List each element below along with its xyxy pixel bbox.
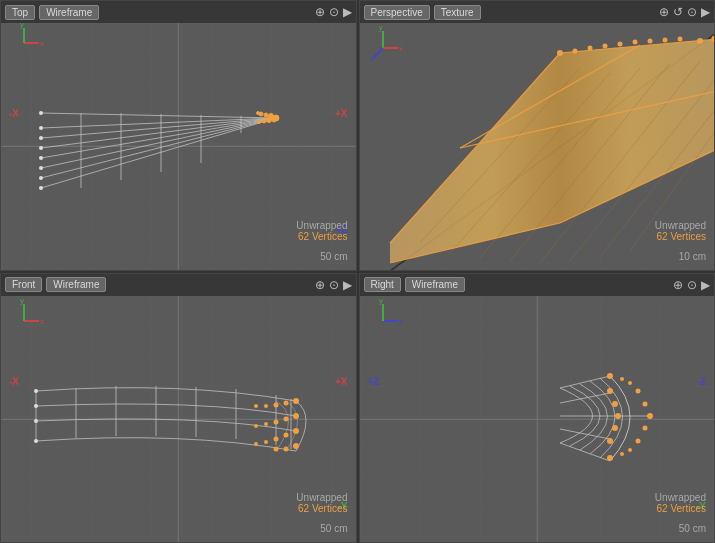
- front-canvas: +X -X -Y x y Unwrapped 62 Vertices 50 cm: [1, 296, 356, 543]
- top-mode-btn[interactable]: Wireframe: [39, 5, 99, 20]
- top-icons: ⊕ ⊙ ▶: [315, 5, 352, 19]
- persp-info: Unwrapped 62 Vertices: [655, 220, 706, 242]
- front-axis-neg-x: -X: [9, 376, 19, 387]
- svg-point-137: [628, 381, 632, 385]
- front-mode-btn[interactable]: Wireframe: [46, 277, 106, 292]
- move-icon[interactable]: ⊕: [315, 5, 325, 19]
- zoom-icon[interactable]: ⊙: [329, 5, 339, 19]
- svg-point-101: [274, 436, 279, 441]
- svg-point-139: [620, 377, 624, 381]
- svg-point-111: [34, 404, 38, 408]
- svg-text:z: z: [399, 317, 403, 326]
- svg-point-112: [34, 419, 38, 423]
- svg-point-21: [272, 118, 276, 122]
- viewport-right-header: Right Wireframe ⊕ ⊙ ▶: [360, 274, 715, 296]
- svg-text:y: y: [20, 296, 24, 305]
- persp-axis-indicator: x y z: [368, 23, 408, 63]
- svg-point-23: [262, 119, 266, 123]
- right-icons: ⊕ ⊙ ▶: [673, 278, 710, 292]
- svg-point-67: [587, 46, 592, 51]
- svg-point-59: [697, 38, 703, 44]
- right-vertices-label: 62 Vertices: [655, 503, 706, 514]
- svg-point-126: [607, 388, 613, 394]
- top-name-btn[interactable]: Top: [5, 5, 35, 20]
- svg-point-100: [274, 419, 279, 424]
- svg-text:y: y: [20, 23, 24, 29]
- svg-point-25: [258, 121, 261, 124]
- top-axis-neg-x: -X: [9, 108, 19, 119]
- svg-point-20: [267, 118, 272, 123]
- right-name-btn[interactable]: Right: [364, 277, 401, 292]
- viewport-right: Right Wireframe ⊕ ⊙ ▶: [359, 273, 716, 544]
- persp-mode-btn[interactable]: Texture: [434, 5, 481, 20]
- svg-point-29: [39, 146, 43, 150]
- svg-point-103: [264, 404, 268, 408]
- top-axis-indicator: x y: [9, 23, 44, 58]
- front-axis-indicator: x y: [9, 296, 44, 331]
- front-unwrapped-label: Unwrapped: [296, 492, 347, 503]
- persp-scale: 10 cm: [679, 251, 706, 262]
- svg-point-71: [647, 39, 652, 44]
- viewport-top-header: Top Wireframe ⊕ ⊙ ▶: [1, 1, 356, 23]
- svg-point-26: [39, 111, 43, 115]
- front-arrow-icon[interactable]: ▶: [343, 278, 352, 292]
- svg-point-105: [264, 440, 268, 444]
- viewport-perspective-header: Perspective Texture ⊕ ↺ ⊙ ▶: [360, 1, 715, 23]
- svg-point-68: [602, 44, 607, 49]
- svg-point-108: [254, 442, 258, 446]
- svg-point-127: [612, 401, 618, 407]
- right-zoom-icon[interactable]: ⊙: [687, 278, 697, 292]
- svg-point-128: [615, 413, 621, 419]
- viewport-grid: Top Wireframe ⊕ ⊙ ▶: [0, 0, 715, 543]
- svg-point-136: [635, 438, 640, 443]
- right-move-icon[interactable]: ⊕: [673, 278, 683, 292]
- svg-point-135: [635, 388, 640, 393]
- viewport-front-header: Front Wireframe ⊕ ⊙ ▶: [1, 274, 356, 296]
- svg-text:x: x: [40, 317, 44, 326]
- right-axis-indicator: z y: [368, 296, 403, 331]
- right-axis-plus-z: +Z: [368, 376, 380, 387]
- svg-point-107: [254, 424, 258, 428]
- svg-point-33: [39, 186, 43, 190]
- persp-arrow-icon[interactable]: ▶: [701, 5, 710, 19]
- svg-text:x: x: [399, 45, 403, 52]
- top-unwrapped-label: Unwrapped: [296, 220, 347, 231]
- svg-text:x: x: [40, 39, 44, 48]
- svg-point-93: [293, 428, 299, 434]
- svg-point-125: [607, 373, 613, 379]
- top-axis-plus-x: +X: [335, 108, 348, 119]
- svg-point-97: [284, 432, 289, 437]
- top-vertices-label: 62 Vertices: [296, 231, 347, 242]
- svg-point-104: [264, 422, 268, 426]
- svg-text:z: z: [370, 55, 374, 62]
- svg-point-98: [284, 446, 289, 451]
- svg-point-70: [632, 40, 637, 45]
- svg-point-19: [264, 113, 268, 117]
- right-scale: 50 cm: [679, 523, 706, 534]
- svg-point-73: [677, 37, 682, 42]
- persp-refresh-icon[interactable]: ↺: [673, 5, 683, 19]
- svg-point-131: [607, 455, 613, 461]
- persp-zoom-icon[interactable]: ⊙: [687, 5, 697, 19]
- front-zoom-icon[interactable]: ⊙: [329, 278, 339, 292]
- svg-line-76: [373, 48, 383, 58]
- svg-point-95: [284, 400, 289, 405]
- svg-point-132: [647, 413, 653, 419]
- right-arrow-icon[interactable]: ▶: [701, 278, 710, 292]
- svg-point-133: [642, 401, 647, 406]
- persp-name-btn[interactable]: Perspective: [364, 5, 430, 20]
- viewport-top: Top Wireframe ⊕ ⊙ ▶: [0, 0, 357, 271]
- right-axis-neg-z: -Z: [697, 376, 706, 387]
- arrow-icon[interactable]: ▶: [343, 5, 352, 19]
- svg-point-130: [607, 438, 613, 444]
- svg-point-27: [39, 126, 43, 130]
- svg-point-109: [34, 389, 38, 393]
- svg-point-102: [274, 446, 279, 451]
- persp-move-icon[interactable]: ⊕: [659, 5, 669, 19]
- viewport-front: Front Wireframe ⊕ ⊙ ▶: [0, 273, 357, 544]
- front-vertices-label: 62 Vertices: [296, 503, 347, 514]
- front-name-btn[interactable]: Front: [5, 277, 42, 292]
- right-mode-btn[interactable]: Wireframe: [405, 277, 465, 292]
- top-scale: 50 cm: [320, 251, 347, 262]
- front-move-icon[interactable]: ⊕: [315, 278, 325, 292]
